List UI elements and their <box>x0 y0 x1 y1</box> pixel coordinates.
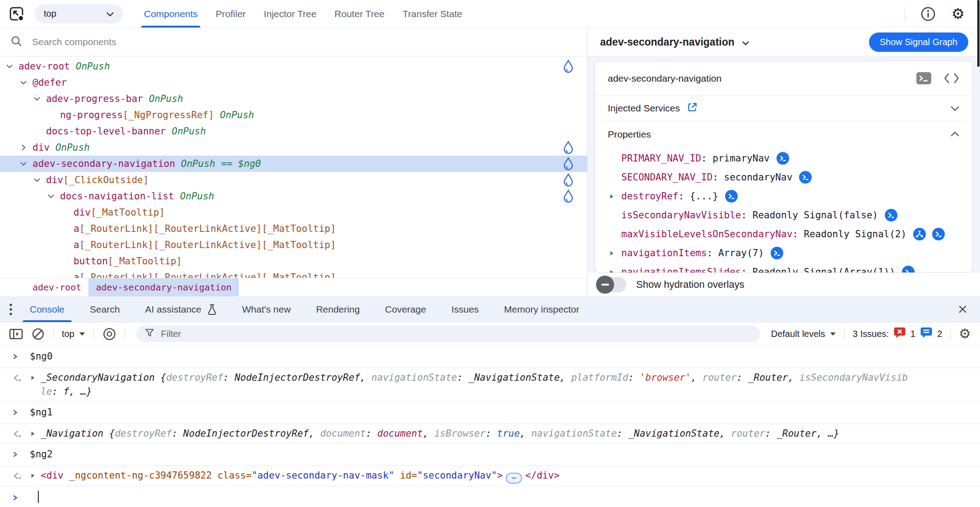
console-settings-gear-icon[interactable]: ⚙ <box>959 327 971 341</box>
live-expression-eye-icon[interactable] <box>102 327 117 341</box>
tab-transfer-state[interactable]: Transfer State <box>402 0 462 28</box>
log-in-console-icon[interactable] <box>799 171 812 184</box>
breadcrumb-item[interactable]: adev-secondary-navigation <box>88 278 239 296</box>
drawer-menu-kebab-icon[interactable] <box>9 296 13 322</box>
log-in-console-icon[interactable] <box>901 265 915 273</box>
issues-label: 3 Issues: <box>853 329 889 339</box>
external-link-icon[interactable] <box>686 101 698 115</box>
log-in-console-icon[interactable] <box>884 208 898 222</box>
chevron-up-icon[interactable] <box>950 131 960 137</box>
chevron-down-icon[interactable] <box>5 64 18 69</box>
drawer-tab-ai-assistance[interactable]: AI assistance <box>145 296 217 322</box>
frame-selector[interactable]: top <box>35 5 123 23</box>
hydration-overlays-toggle[interactable] <box>597 277 626 292</box>
search-components-input[interactable] <box>32 37 577 47</box>
expand-triangle-icon[interactable] <box>30 427 41 441</box>
log-in-console-icon[interactable] <box>776 152 790 165</box>
property-row: SECONDARY_NAV_ID: secondaryNav <box>595 168 972 187</box>
tree-node[interactable]: @defer <box>0 74 587 91</box>
property-value: : Readonly Signal(Array(1)) <box>741 267 895 273</box>
change-detection-badge: OnPush <box>76 61 110 72</box>
clear-console-icon[interactable] <box>31 327 45 341</box>
property-row: PRIMARY_NAV_ID: primaryNav <box>595 149 972 168</box>
tree-node[interactable]: ng-progress[_NgProgressRef]OnPush <box>0 107 587 123</box>
console-context-selector[interactable]: top <box>62 329 85 339</box>
console-filter-input[interactable] <box>161 329 752 339</box>
injected-services-section[interactable]: Injected Services <box>595 96 972 121</box>
property-row: destroyRef: {...} <box>595 187 972 206</box>
devtools-tab-strip: ComponentsProfilerInjector TreeRouter Tr… <box>144 0 462 28</box>
expand-arrow-icon[interactable] <box>609 194 621 199</box>
show-signal-graph-button[interactable]: Show Signal Graph <box>869 32 968 52</box>
properties-section[interactable]: Properties <box>595 121 972 147</box>
drawer-tab-issues[interactable]: Issues <box>451 296 479 322</box>
inspect-element-icon[interactable] <box>8 5 25 22</box>
tree-node[interactable]: a[_RouterLink][_RouterLinkActive][_MatTo… <box>0 269 587 278</box>
console-prompt-row[interactable] <box>0 486 980 507</box>
text-cursor <box>38 491 39 503</box>
chevron-down-icon[interactable] <box>46 194 60 198</box>
log-in-console-icon[interactable] <box>770 246 784 260</box>
console-messages: $ng0_SecondaryNavigation {destroyRef: No… <box>0 346 980 507</box>
tab-components[interactable]: Components <box>144 0 198 28</box>
collapsed-children-ellipsis[interactable]: ⋯ <box>506 473 522 484</box>
log-component-in-console-icon[interactable] <box>916 71 932 85</box>
tree-node[interactable]: docs-top-level-bannerOnPush <box>0 123 587 139</box>
chevron-down-icon[interactable] <box>19 161 32 166</box>
drawer-tab-memory-inspector[interactable]: Memory inspector <box>504 296 579 322</box>
property-row: navigationItemsSlides: Readonly Signal(A… <box>595 263 972 273</box>
eval-output-icon <box>12 371 30 385</box>
details-body: adev-secondary-navigation <box>587 56 980 296</box>
tree-node[interactable]: adev-rootOnPush <box>0 58 587 74</box>
expand-triangle-icon[interactable] <box>30 371 41 385</box>
expand-arrow-icon[interactable] <box>609 250 621 256</box>
breadcrumb-item[interactable]: adev-root <box>25 278 88 296</box>
drawer-tab-what-s-new[interactable]: What's new <box>242 296 291 322</box>
tree-node[interactable]: divOnPush <box>0 139 587 156</box>
selected-component-dropdown[interactable]: adev-secondary-navigation <box>600 36 749 48</box>
console-context-value: top <box>62 329 74 339</box>
drawer-tab-search[interactable]: Search <box>90 296 120 322</box>
issues-counter[interactable]: 3 Issues: 1 2 <box>853 327 942 341</box>
tree-node[interactable]: button[_MatTooltip] <box>0 253 587 269</box>
drawer-tab-coverage[interactable]: Coverage <box>385 296 426 322</box>
expand-arrow-icon[interactable] <box>609 269 621 273</box>
tab-injector-tree[interactable]: Injector Tree <box>264 0 317 28</box>
console-result: _SecondaryNavigation {destroyRef: NodeIn… <box>41 371 911 399</box>
directive-list: [_RouterLink][_RouterLinkActive][_MatToo… <box>79 272 336 278</box>
signal-graph-icon[interactable] <box>913 227 926 241</box>
console-sidebar-toggle-icon[interactable] <box>9 328 23 340</box>
close-drawer-icon[interactable] <box>957 296 968 322</box>
chevron-down-icon[interactable] <box>950 106 960 111</box>
tab-profiler[interactable]: Profiler <box>216 0 246 28</box>
drawer-tab-rendering[interactable]: Rendering <box>316 296 360 322</box>
view-source-code-icon[interactable] <box>943 72 960 84</box>
info-icon[interactable] <box>920 6 936 22</box>
hydration-droplet-icon <box>562 189 574 206</box>
funnel-icon <box>144 327 155 340</box>
property-value: : {...} <box>678 191 718 202</box>
tree-node[interactable]: a[_RouterLink][_RouterLinkActive][_MatTo… <box>0 221 587 237</box>
tree-node[interactable]: adev-secondary-navigationOnPush== $ng0 <box>0 156 587 172</box>
tree-node[interactable]: docs-navigation-listOnPush <box>0 188 587 204</box>
change-detection-badge: OnPush <box>149 93 183 104</box>
scrollbar-thumb[interactable] <box>977 0 980 67</box>
details-card-title: adev-secondary-navigation <box>608 73 721 84</box>
log-levels-selector[interactable]: Default levels <box>771 329 836 339</box>
tab-router-tree[interactable]: Router Tree <box>334 0 384 28</box>
chevron-down-icon[interactable] <box>32 178 46 182</box>
chevron-down-icon[interactable] <box>32 97 46 101</box>
tree-node[interactable]: adev-progress-barOnPush <box>0 91 587 107</box>
log-in-console-icon[interactable] <box>932 227 945 241</box>
chevron-right-icon[interactable] <box>19 145 32 150</box>
drawer-tab-console[interactable]: Console <box>30 296 65 322</box>
console-filter <box>136 326 760 342</box>
tree-node[interactable]: a[_RouterLink][_RouterLinkActive][_MatTo… <box>0 237 587 253</box>
property-value: : Array(7) <box>707 248 764 258</box>
settings-gear-icon[interactable]: ⚙ <box>951 6 965 21</box>
tree-node[interactable]: div[_MatTooltip] <box>0 204 587 221</box>
chevron-down-icon[interactable] <box>19 80 32 85</box>
log-in-console-icon[interactable] <box>725 189 738 203</box>
tree-node[interactable]: div[_ClickOutside] <box>0 172 587 188</box>
expand-triangle-icon[interactable] <box>30 469 41 483</box>
